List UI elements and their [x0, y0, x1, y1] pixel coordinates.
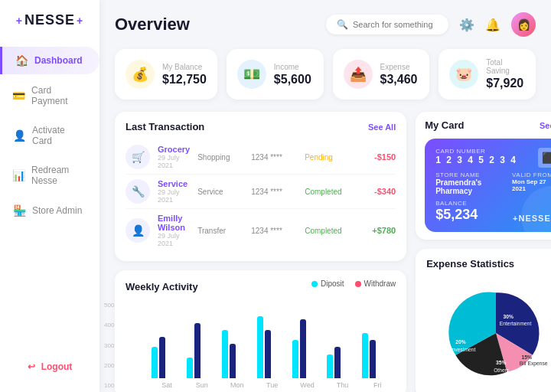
bar-deposit: [362, 333, 368, 378]
bar-withdraw: [300, 319, 306, 378]
valid-from-label: VALID FROM: [512, 172, 551, 178]
tx-icon-grocery: 🛒: [126, 145, 150, 169]
withdraw-dot: [355, 281, 361, 287]
tx-date-wilson: 29 July 2021: [158, 232, 190, 247]
my-card-header: My Card See All: [425, 119, 551, 131]
logo-plus-left: +: [16, 15, 23, 27]
sidebar-item-label: Store Admin: [32, 205, 82, 216]
card-see-all[interactable]: See All: [540, 121, 551, 130]
bar-deposit: [187, 358, 193, 378]
table-row: 🛒 Grocery 29 July 2021 Shopping 1234 ***…: [126, 140, 396, 175]
store-name-label: STORE NAME: [435, 172, 512, 178]
label-others-text: Others: [494, 368, 510, 373]
tx-info-service: Service 29 July 2021: [158, 179, 190, 204]
tx-name-service: Service: [158, 179, 190, 188]
chart-day-label: Mon: [222, 381, 253, 389]
bar-group: [327, 347, 357, 378]
sidebar-item-card-payment[interactable]: 💳 Card Payment: [0, 77, 99, 114]
table-row: 👤 Emilly Wilson 29 July 2021 Transfer 12…: [126, 209, 396, 252]
notification-icon[interactable]: 🔔: [485, 18, 500, 32]
saving-icon: 🐷: [449, 60, 478, 89]
label-others: 35%: [496, 360, 506, 365]
stat-card-balance: 💰 My Balance $12,750: [115, 49, 217, 100]
balance-label-card: BALANCE: [435, 200, 478, 207]
tx-card-service: 1234 ****: [251, 188, 297, 196]
sidebar-item-activate-card[interactable]: 👤 Activate Card: [0, 117, 99, 154]
weekly-activity-title: Weekly Activity: [126, 281, 198, 292]
tx-type-wilson: Transfer: [197, 227, 243, 235]
expense-label: Expense: [380, 63, 418, 71]
label-investment-text: Investment: [451, 347, 476, 352]
card-number-label: CARD NUMBER: [435, 148, 551, 155]
sidebar-item-label: Activate Card: [32, 125, 87, 146]
bottom-row: Last Transaction See All 🛒 Grocery 29 Ju…: [115, 112, 536, 392]
bar-group: [362, 333, 393, 378]
expense-chart: 30% Entertainment 15% Bill Expense 35% O…: [426, 277, 551, 389]
bar-group: [292, 319, 323, 378]
header: Overview 🔍 ⚙️ 🔔 👩: [115, 12, 536, 37]
bar-deposit: [292, 340, 298, 378]
card-balance-group: BALANCE $5,234: [435, 200, 478, 223]
bar-withdraw: [334, 347, 341, 378]
sidebar-item-redream[interactable]: 📊 Redream Nesse: [0, 157, 99, 194]
left-section: Last Transaction See All 🛒 Grocery 29 Ju…: [115, 112, 406, 392]
bar-withdraw: [370, 340, 376, 378]
sidebar-item-dashboard[interactable]: 🏠 Dashboard: [0, 47, 99, 74]
stat-info-expense: Expense $3,460: [380, 63, 418, 87]
page-title: Overview: [115, 15, 190, 34]
tx-type-service: Service: [197, 188, 243, 196]
transaction-header: Last Transaction See All: [126, 121, 396, 132]
tx-date-grocery: 29 July 2021: [158, 154, 190, 169]
tx-card-wilson: 1234 ****: [251, 227, 297, 235]
balance-icon: 💰: [126, 60, 155, 89]
app-logo: + NESSE +: [16, 12, 83, 28]
logout-button[interactable]: ↩ Logout: [15, 354, 85, 380]
transaction-card: Last Transaction See All 🛒 Grocery 29 Ju…: [115, 112, 406, 261]
weekly-activity-card: Weekly Activity Diposit Withdraw: [115, 270, 406, 392]
bar-withdraw: [194, 323, 201, 378]
bar-deposit: [152, 347, 158, 378]
expense-stats-header: Expense Statistics: [426, 258, 551, 270]
bar-chart: [148, 302, 396, 378]
tx-amount-wilson: +$780: [361, 226, 396, 235]
search-input[interactable]: [353, 20, 438, 29]
legend-withdraw: Withdraw: [355, 279, 396, 288]
chart-legend: Diposit Withdraw: [311, 279, 396, 288]
sidebar-item-label: Dashboard: [34, 55, 83, 66]
settings-icon[interactable]: ⚙️: [459, 18, 474, 32]
chart-day-label: Thu: [327, 381, 357, 389]
stats-row: 💰 My Balance $12,750 💵 Income $5,600 📤 E…: [115, 49, 536, 100]
card-balance-value: $5,234: [435, 207, 478, 223]
label-bill-text: Bill Expense: [520, 361, 548, 367]
chart-day-label: Wed: [292, 381, 323, 389]
user-icon: 👤: [12, 129, 26, 142]
stat-info-income: Income $5,600: [274, 63, 311, 87]
income-value: $5,600: [274, 73, 311, 87]
tx-name-grocery: Grocery: [158, 145, 190, 154]
store-icon: 🏪: [12, 204, 26, 217]
transaction-see-all[interactable]: See All: [368, 122, 396, 132]
bar-group: [257, 316, 288, 378]
search-icon: 🔍: [337, 19, 348, 30]
bar-withdraw: [230, 344, 236, 378]
y-label-400: 400: [104, 322, 114, 328]
tx-status-wilson: Completed: [305, 227, 354, 235]
y-axis: 100 200 300 400 500: [104, 302, 114, 389]
search-box[interactable]: 🔍: [326, 15, 448, 34]
chart-day-label: Sat: [152, 381, 182, 389]
my-card-section: My Card See All ⬛ CARD NUMBER 1 2 3 4 5 …: [416, 112, 551, 240]
store-name-value: Pramendra's Pharmacy: [435, 178, 512, 195]
legend-deposit: Diposit: [311, 279, 344, 288]
income-icon: 💵: [237, 60, 266, 89]
sidebar-item-store-admin[interactable]: 🏪 Store Admin: [0, 197, 99, 224]
sidebar-item-label: Redream Nesse: [31, 165, 87, 186]
deposit-label: Diposit: [321, 279, 344, 288]
card-store-field: STORE NAME Pramendra's Pharmacy: [435, 172, 512, 195]
weekly-activity-header: Weekly Activity Diposit Withdraw: [126, 279, 396, 294]
y-label-200: 200: [104, 362, 114, 369]
header-right: 🔍 ⚙️ 🔔 👩: [326, 12, 536, 37]
avatar[interactable]: 👩: [511, 12, 536, 37]
sidebar: + NESSE + 🏠 Dashboard 💳 Card Payment 👤 A…: [0, 0, 99, 392]
logout-label: Logout: [41, 361, 73, 372]
transaction-title: Last Transaction: [126, 121, 204, 132]
